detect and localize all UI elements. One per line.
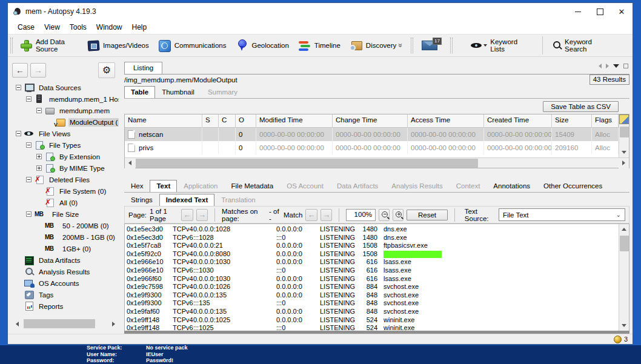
- tab-listing[interactable]: Listing: [124, 62, 162, 74]
- toolbar-button[interactable]: Images/Videos: [83, 38, 154, 53]
- scroll-up-icon[interactable]: [619, 224, 629, 234]
- column-header[interactable]: C: [219, 114, 236, 128]
- viewer-tab[interactable]: OS Account: [280, 180, 330, 192]
- expander-icon[interactable]: [26, 96, 32, 102]
- prev-panel-icon[interactable]: [599, 64, 602, 68]
- expander-icon[interactable]: [36, 108, 42, 113]
- close-button[interactable]: ✕: [611, 3, 633, 20]
- zoom-in-button[interactable]: [393, 209, 404, 221]
- next-match-button[interactable]: →: [320, 209, 333, 221]
- viewer-tab[interactable]: File Metadata: [225, 180, 281, 192]
- sidebar-h-scrollbar[interactable]: [12, 319, 119, 329]
- viewer-subtab[interactable]: Translation: [214, 194, 262, 206]
- viewer-tab[interactable]: Other Occurrences: [537, 180, 609, 192]
- expander-icon[interactable]: [16, 85, 21, 90]
- view-tab[interactable]: Table: [124, 86, 155, 98]
- tree-item[interactable]: By MIME Type: [12, 162, 119, 174]
- column-header[interactable]: S: [202, 114, 219, 128]
- menu-item[interactable]: Window: [91, 22, 127, 33]
- menu-item[interactable]: Help: [127, 22, 152, 33]
- viewer-tab[interactable]: Application: [177, 180, 224, 192]
- viewer-tab[interactable]: Hex: [124, 180, 150, 192]
- next-page-button[interactable]: →: [196, 209, 208, 221]
- tree-item[interactable]: OS Accounts: [12, 277, 119, 289]
- viewer-subtab[interactable]: Indexed Text: [159, 194, 214, 206]
- tree-item[interactable]: MB File Size: [12, 208, 119, 220]
- scroll-left-icon[interactable]: [12, 319, 22, 329]
- settings-button[interactable]: ⚙: [98, 62, 115, 78]
- expander-icon[interactable]: [36, 165, 42, 171]
- tree-item[interactable]: File Views: [12, 128, 119, 139]
- zoom-out-button[interactable]: [379, 209, 390, 221]
- tree-item[interactable]: MB 200MB - 1GB (0): [12, 231, 119, 243]
- table-h-scrollbar[interactable]: [125, 157, 629, 168]
- expander-icon[interactable]: [26, 142, 32, 148]
- keyword-search-button[interactable]: Keyword Search: [549, 36, 618, 55]
- column-settings-icon[interactable]: [619, 114, 629, 124]
- tree-item[interactable]: MB 50 - 200MB (0): [12, 220, 119, 231]
- column-header[interactable]: Name: [125, 114, 202, 128]
- tree-item[interactable]: Deleted Files: [12, 174, 119, 185]
- menu-item[interactable]: View: [39, 22, 65, 33]
- column-header[interactable]: Created Time: [484, 114, 552, 128]
- tree-item[interactable]: By Extension: [12, 151, 119, 162]
- float-panel-icon[interactable]: [623, 64, 628, 68]
- tree-item[interactable]: memdump.mem: [12, 105, 119, 116]
- tree-item[interactable]: Data Sources: [12, 82, 119, 93]
- viewer-tab[interactable]: Context: [450, 180, 487, 192]
- maximize-button[interactable]: [589, 3, 611, 20]
- scroll-right-icon[interactable]: [619, 158, 629, 168]
- expander-icon[interactable]: [16, 131, 21, 136]
- tree-item[interactable]: Analysis Results: [12, 266, 119, 277]
- viewer-tab[interactable]: Analysis Results: [385, 180, 449, 192]
- expander-icon[interactable]: [36, 154, 42, 159]
- menu-item[interactable]: Case: [13, 22, 39, 33]
- column-header[interactable]: Modified Time: [256, 114, 333, 128]
- tree-item[interactable]: Tags: [12, 289, 119, 300]
- scroll-down-icon[interactable]: [619, 320, 629, 331]
- indexed-text-content[interactable]: 0x1e5ec3d0 TCPv4 0.0.0.0:1028 0.0.0.0:0 …: [125, 224, 619, 331]
- splitter[interactable]: [124, 168, 629, 179]
- toolbar-button[interactable]: Communications: [154, 38, 232, 53]
- table-row[interactable]: netscan 0 0000-00-00 00:00:00 0000-00-00…: [125, 128, 619, 141]
- column-header[interactable]: Size: [552, 114, 592, 128]
- forward-button[interactable]: →: [30, 63, 46, 78]
- expander-icon[interactable]: [26, 177, 32, 182]
- column-header[interactable]: Flags: [592, 114, 619, 128]
- viewer-tab[interactable]: Text: [150, 180, 177, 192]
- tree-item[interactable]: MB 1GB+ (0): [12, 243, 119, 254]
- toolbar-button[interactable]: Discovery «: [346, 38, 406, 53]
- toolbar-button[interactable]: Add Data Source: [16, 36, 83, 55]
- viewer-subtab[interactable]: Strings: [124, 194, 159, 206]
- prev-page-button[interactable]: ←: [181, 209, 193, 221]
- title-bar[interactable]: mem - Autopsy 4.19.3 ✕: [8, 3, 633, 20]
- progress-ball-icon[interactable]: [614, 336, 622, 343]
- tree-item[interactable]: File System (0): [12, 185, 119, 197]
- tree-item[interactable]: ModuleOutput (: [12, 116, 119, 128]
- view-tab[interactable]: Thumbnail: [155, 86, 201, 98]
- viewer-tab[interactable]: Annotations: [487, 180, 537, 192]
- column-header[interactable]: Change Time: [333, 114, 408, 128]
- minimize-button[interactable]: [567, 3, 589, 20]
- scroll-right-icon[interactable]: [108, 319, 119, 329]
- ingest-messages-button[interactable]: 17: [422, 39, 442, 52]
- back-button[interactable]: ←: [12, 63, 28, 78]
- viewer-tab[interactable]: Data Artifacts: [330, 180, 385, 192]
- text-v-scrollbar[interactable]: [619, 224, 629, 331]
- column-header[interactable]: O: [236, 114, 256, 128]
- column-header[interactable]: Access Time: [408, 114, 484, 128]
- menu-item[interactable]: Tools: [65, 22, 91, 33]
- tree-item[interactable]: Data Artifacts: [12, 254, 119, 266]
- text-source-select[interactable]: File Text ⌄: [499, 208, 625, 221]
- scroll-down-icon[interactable]: [619, 147, 629, 157]
- tree-item[interactable]: memdump.mem_1 Host: [12, 93, 119, 105]
- tree-item[interactable]: Reports: [12, 300, 119, 312]
- save-table-as-csv-button[interactable]: Save Table as CSV: [543, 101, 619, 112]
- tree-item[interactable]: All (0): [12, 197, 119, 208]
- view-tab[interactable]: Summary: [201, 86, 244, 98]
- toolbar-button[interactable]: Geolocation: [231, 38, 294, 53]
- zoom-level-input[interactable]: 100%: [346, 209, 376, 221]
- expander-icon[interactable]: [26, 211, 32, 217]
- table-row[interactable]: privs 0 0000-00-00 00:00:00 0000-00-00 0…: [125, 141, 619, 154]
- keyword-lists-button[interactable]: Keyword Lists: [467, 36, 536, 55]
